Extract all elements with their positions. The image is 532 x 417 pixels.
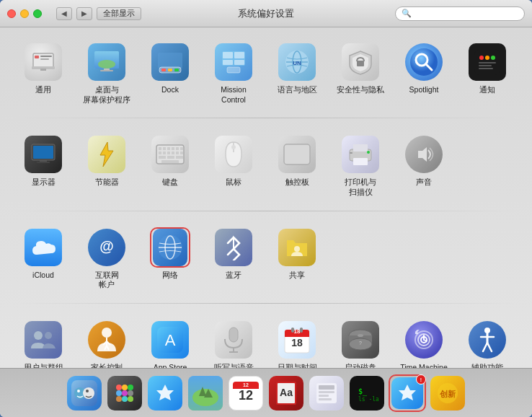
network-item[interactable]: 网络 xyxy=(141,224,199,293)
dock-finder[interactable] xyxy=(66,374,103,412)
search-box[interactable]: 🔍 xyxy=(395,6,525,21)
dock-appstore[interactable] xyxy=(146,374,184,412)
svg-rect-2 xyxy=(40,69,46,71)
svg-rect-53 xyxy=(180,152,183,154)
svg-rect-51 xyxy=(172,152,174,154)
personal-grid: 通用 xyxy=(14,35,518,112)
dock-nature[interactable] xyxy=(187,374,224,412)
icloud-label: iCloud xyxy=(32,271,54,281)
svg-line-105 xyxy=(483,343,487,351)
dock-dictionary[interactable]: Aa xyxy=(267,374,305,412)
energy-label: 节能器 xyxy=(95,177,119,188)
accessibility-item[interactable]: 辅助功能 xyxy=(458,317,516,368)
sharing-item[interactable]: 共享 xyxy=(268,224,326,293)
mouse-label: 鼠标 xyxy=(226,177,241,188)
general-item[interactable]: 通用 xyxy=(14,39,72,107)
svg-text:A: A xyxy=(165,331,176,349)
icloud-item[interactable]: iCloud xyxy=(14,224,72,293)
svg-rect-4 xyxy=(40,56,52,57)
close-button[interactable] xyxy=(7,9,16,18)
display-item[interactable]: 显示器 xyxy=(14,131,72,200)
language-label: 语言与地区 xyxy=(278,85,317,95)
svg-point-120 xyxy=(128,396,133,402)
network-label: 网络 xyxy=(162,271,178,281)
svg-point-118 xyxy=(116,396,122,402)
navigation-toolbar: ◀ ▶ 全部显示 xyxy=(56,7,141,20)
energy-item[interactable]: 节能器 xyxy=(78,131,136,200)
show-all-button[interactable]: 全部显示 xyxy=(97,7,141,20)
language-item[interactable]: UN 语言与地区 xyxy=(268,39,326,107)
dock-calendar[interactable]: 12 12 xyxy=(227,374,265,412)
dock-appstore-highlighted[interactable]: ! xyxy=(389,374,426,412)
users-label: 用户与群组 xyxy=(24,363,63,368)
internet-item[interactable]: @ 互联网帐户 xyxy=(78,224,136,293)
svg-rect-134 xyxy=(319,395,329,397)
general-label: 通用 xyxy=(35,85,51,95)
dock-cxlian[interactable]: 创新 xyxy=(429,374,466,412)
trackpad-item[interactable]: 触控板 xyxy=(268,131,326,200)
svg-point-115 xyxy=(116,390,122,396)
startdisk-item[interactable]: ? 启动磁盘 xyxy=(332,317,389,368)
svg-rect-82 xyxy=(229,328,238,342)
svg-rect-3 xyxy=(35,56,39,58)
svg-point-72 xyxy=(34,331,43,340)
printer-item[interactable]: 打印机与扫描仪 xyxy=(332,131,389,200)
svg-point-8 xyxy=(98,60,115,69)
sound-item[interactable]: 声音 xyxy=(395,131,453,200)
minimize-button[interactable] xyxy=(20,9,29,18)
svg-rect-132 xyxy=(319,385,334,390)
dock-launchpad[interactable] xyxy=(106,374,143,412)
timemachine-item[interactable]: Time Machine xyxy=(395,317,453,368)
desktop-item[interactable]: 桌面与屏幕保护程序 xyxy=(78,39,136,107)
svg-point-74 xyxy=(102,328,112,338)
security-item[interactable]: 安全性与隐私 xyxy=(332,39,389,107)
internet-section: iCloud @ 互联网帐户 xyxy=(14,220,518,297)
keyboard-label: 键盘 xyxy=(162,177,178,188)
svg-point-113 xyxy=(122,385,128,390)
divider-2 xyxy=(14,211,518,211)
svg-rect-44 xyxy=(167,147,170,150)
svg-rect-60 xyxy=(284,144,310,164)
svg-text:UN: UN xyxy=(293,60,301,66)
appstore-item[interactable]: A App Store xyxy=(141,317,199,368)
hardware-grid: 显示器 节能器 xyxy=(14,127,518,204)
bluetooth-item[interactable]: 蓝牙 xyxy=(205,224,262,293)
svg-rect-11 xyxy=(158,53,182,69)
dock-terminal[interactable]: $_ ls -la xyxy=(348,374,386,412)
keyboard-item[interactable]: 键盘 xyxy=(141,131,199,200)
dock-item[interactable]: Dock xyxy=(141,39,199,107)
divider-3 xyxy=(14,303,518,304)
divider-1 xyxy=(14,118,518,118)
forward-button[interactable]: ▶ xyxy=(76,7,92,20)
mission-item[interactable]: MissionControl xyxy=(205,39,262,107)
svg-rect-26 xyxy=(357,61,364,66)
dock-news[interactable] xyxy=(308,374,345,412)
security-label: 安全性与隐私 xyxy=(337,85,384,95)
internet-grid: iCloud @ 互联网帐户 xyxy=(14,220,518,297)
back-button[interactable]: ◀ xyxy=(56,7,72,20)
svg-rect-91 xyxy=(300,328,303,333)
maximize-button[interactable] xyxy=(33,9,42,18)
system-preferences-window: ◀ ▶ 全部显示 系统偏好设置 🔍 xyxy=(0,0,532,417)
svg-line-106 xyxy=(487,343,492,351)
svg-rect-63 xyxy=(353,158,368,165)
svg-text:创新: 创新 xyxy=(439,390,456,398)
appstore-label: App Store xyxy=(154,363,187,368)
parental-item[interactable]: 家长控制 xyxy=(78,317,136,368)
system-section: 用户与群组 xyxy=(14,312,518,368)
notify-item[interactable]: 通知 xyxy=(458,39,516,107)
svg-rect-50 xyxy=(167,152,170,154)
system-grid: 用户与群组 xyxy=(14,312,518,368)
datetime-item[interactable]: 18 18 日期与时间 xyxy=(268,317,326,368)
titlebar: ◀ ▶ 全部显示 系统偏好设置 🔍 xyxy=(0,0,532,27)
svg-text:ls -la: ls -la xyxy=(358,396,378,403)
svg-rect-48 xyxy=(159,152,161,154)
svg-rect-38 xyxy=(33,146,53,159)
parental-label: 家长控制 xyxy=(91,363,123,368)
svg-point-73 xyxy=(45,332,52,339)
spotlight-item[interactable]: Spotlight xyxy=(395,39,453,107)
users-item[interactable]: 用户与群组 xyxy=(14,317,72,368)
dictation-item[interactable]: 听写与语音 xyxy=(205,317,262,368)
svg-text:18: 18 xyxy=(291,337,303,348)
mouse-item[interactable]: 鼠标 xyxy=(205,131,262,200)
